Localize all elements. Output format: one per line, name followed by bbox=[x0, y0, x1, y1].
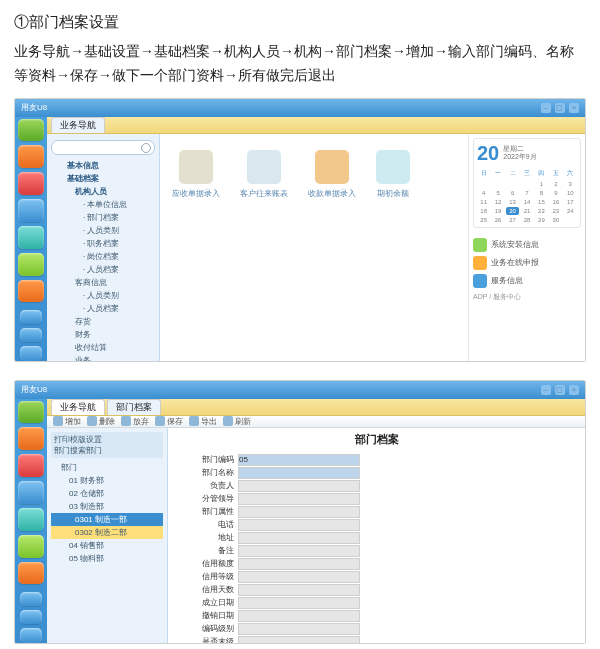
tree-node[interactable]: 机构人员 bbox=[49, 185, 157, 198]
tree-node[interactable]: 收付结算 bbox=[49, 341, 157, 354]
tree-node[interactable]: · 人员档案 bbox=[49, 263, 157, 276]
field-input[interactable] bbox=[238, 610, 360, 622]
field-input[interactable] bbox=[238, 545, 360, 557]
dept-tree-node[interactable]: 01 财务部 bbox=[51, 474, 163, 487]
icon-bar-item[interactable] bbox=[18, 226, 44, 249]
icon-bar-item[interactable] bbox=[20, 628, 42, 642]
icon-bar-item[interactable] bbox=[18, 199, 44, 222]
tree-node[interactable]: · 部门档案 bbox=[49, 211, 157, 224]
icon-bar-item[interactable] bbox=[18, 172, 44, 195]
dept-tree-node[interactable]: 04 销售部 bbox=[51, 539, 163, 552]
window-titlebar: 用友U8 – ◻ × bbox=[15, 381, 585, 399]
field-input[interactable] bbox=[238, 558, 360, 570]
dept-tree-node[interactable]: 0302 制造二部 bbox=[51, 526, 163, 539]
calendar-grid: 日一二三四五六123456789101112131415161718192021… bbox=[477, 168, 577, 224]
calendar-widget[interactable]: 20 星期二2022年9月 日一二三四五六1234567891011121314… bbox=[473, 138, 581, 228]
close-icon[interactable]: × bbox=[569, 103, 579, 113]
icon-bar-item[interactable] bbox=[20, 328, 42, 342]
field-label: 部门编码 bbox=[188, 454, 238, 465]
tree-node[interactable]: 存货 bbox=[49, 315, 157, 328]
tree-node[interactable]: · 岗位档案 bbox=[49, 250, 157, 263]
icon-bar-item[interactable] bbox=[18, 535, 44, 558]
desktop-shortcut[interactable]: 应收单据录入 bbox=[172, 150, 220, 199]
notice-item[interactable]: 系统安装信息 bbox=[473, 238, 581, 252]
dept-tree-node[interactable]: 05 物料部 bbox=[51, 552, 163, 565]
toolbar-button[interactable]: 删除 bbox=[87, 416, 115, 427]
icon-bar-item[interactable] bbox=[20, 346, 42, 360]
field-label: 部门属性 bbox=[188, 506, 238, 517]
search-input[interactable] bbox=[51, 140, 155, 155]
field-input[interactable]: 05 bbox=[238, 454, 360, 466]
field-input[interactable] bbox=[238, 584, 360, 596]
tree-node[interactable]: · 人员类别 bbox=[49, 224, 157, 237]
desktop-shortcut[interactable]: 收款单据录入 bbox=[308, 150, 356, 199]
tree-node[interactable]: 客商信息 bbox=[49, 276, 157, 289]
icon-bar-item[interactable] bbox=[18, 401, 44, 424]
icon-bar-item[interactable] bbox=[18, 562, 44, 585]
window-buttons: – ◻ × bbox=[539, 385, 579, 395]
tab-nav[interactable]: 业务导航 bbox=[51, 117, 105, 133]
field-input[interactable] bbox=[238, 571, 360, 583]
maximize-icon[interactable]: ◻ bbox=[555, 385, 565, 395]
field-input[interactable] bbox=[238, 532, 360, 544]
minimize-icon[interactable]: – bbox=[541, 103, 551, 113]
icon-bar-item[interactable] bbox=[18, 253, 44, 276]
icon-bar-item[interactable] bbox=[18, 145, 44, 168]
field-input[interactable] bbox=[238, 467, 360, 479]
tree-node[interactable]: 财务 bbox=[49, 328, 157, 341]
field-input[interactable] bbox=[238, 636, 360, 644]
icon-bar-item[interactable] bbox=[18, 454, 44, 477]
close-icon[interactable]: × bbox=[569, 385, 579, 395]
shortcut-label: 收款单据录入 bbox=[308, 188, 356, 199]
field-input[interactable] bbox=[238, 597, 360, 609]
tree-node[interactable]: 业务 bbox=[49, 354, 157, 362]
tab-row: 业务导航 bbox=[47, 117, 585, 134]
toolbar-button[interactable]: 增加 bbox=[53, 416, 81, 427]
notice-text: 系统安装信息 bbox=[491, 239, 539, 250]
tab-nav[interactable]: 业务导航 bbox=[51, 399, 105, 415]
tree-node[interactable]: · 人员档案 bbox=[49, 302, 157, 315]
field-label: 信用天数 bbox=[188, 584, 238, 595]
tree-node[interactable]: 基本信息 bbox=[49, 159, 157, 172]
desktop-shortcut[interactable]: 期初余额 bbox=[376, 150, 410, 199]
tree-node[interactable]: · 本单位信息 bbox=[49, 198, 157, 211]
field-input[interactable] bbox=[238, 506, 360, 518]
toolbar-button[interactable]: 刷新 bbox=[223, 416, 251, 427]
toolbar-button[interactable]: 保存 bbox=[155, 416, 183, 427]
icon-bar-item[interactable] bbox=[18, 280, 44, 303]
notice-item[interactable]: 业务在线申报 bbox=[473, 256, 581, 270]
form-row: 分管领导 bbox=[188, 493, 565, 505]
tab-dept[interactable]: 部门档案 bbox=[107, 399, 161, 415]
toolbar-button[interactable]: 导出 bbox=[189, 416, 217, 427]
maximize-icon[interactable]: ◻ bbox=[555, 103, 565, 113]
field-input[interactable] bbox=[238, 623, 360, 635]
tree-node[interactable]: · 人员类别 bbox=[49, 289, 157, 302]
icon-bar-item[interactable] bbox=[20, 310, 42, 324]
icon-bar-item[interactable] bbox=[18, 427, 44, 450]
left-icon-bar bbox=[15, 117, 47, 361]
dept-tree-node[interactable]: 02 仓储部 bbox=[51, 487, 163, 500]
form-row: 信用天数 bbox=[188, 584, 565, 596]
minimize-icon[interactable]: – bbox=[541, 385, 551, 395]
tree-node[interactable]: 基础档案 bbox=[49, 172, 157, 185]
field-label: 信用等级 bbox=[188, 571, 238, 582]
notice-item[interactable]: 服务信息 bbox=[473, 274, 581, 288]
field-input[interactable] bbox=[238, 493, 360, 505]
toolbar: 增加删除放弃保存导出刷新 bbox=[47, 416, 585, 428]
icon-bar-item[interactable] bbox=[20, 610, 42, 624]
icon-bar-item[interactable] bbox=[18, 119, 44, 142]
dept-tree-node[interactable]: 部门 bbox=[51, 461, 163, 474]
form-row: 撤销日期 bbox=[188, 610, 565, 622]
form-row: 电话 bbox=[188, 519, 565, 531]
dept-tree-node[interactable]: 0301 制造一部 bbox=[51, 513, 163, 526]
desktop-shortcut[interactable]: 客户往来账表 bbox=[240, 150, 288, 199]
toolbar-button[interactable]: 放弃 bbox=[121, 416, 149, 427]
tree-node[interactable]: · 职务档案 bbox=[49, 237, 157, 250]
field-input[interactable] bbox=[238, 519, 360, 531]
field-label: 备注 bbox=[188, 545, 238, 556]
dept-tree-node[interactable]: 03 制造部 bbox=[51, 500, 163, 513]
icon-bar-item[interactable] bbox=[18, 508, 44, 531]
icon-bar-item[interactable] bbox=[18, 481, 44, 504]
icon-bar-item[interactable] bbox=[20, 592, 42, 606]
field-input[interactable] bbox=[238, 480, 360, 492]
